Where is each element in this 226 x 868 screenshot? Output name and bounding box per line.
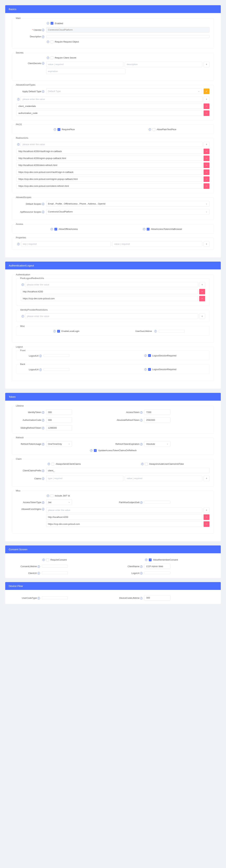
info-icon[interactable] — [42, 419, 44, 422]
info-icon[interactable] — [42, 36, 44, 38]
info-icon[interactable] — [42, 411, 44, 414]
info-icon[interactable] — [42, 203, 44, 205]
info-icon[interactable] — [42, 211, 44, 213]
always-send-client-claims-checkbox[interactable] — [52, 463, 54, 465]
remove-button[interactable]: − — [199, 289, 205, 294]
info-icon[interactable] — [42, 477, 44, 480]
require-client-secret-checkbox[interactable] — [51, 56, 53, 59]
enable-local-login-checkbox[interactable] — [57, 330, 60, 333]
claim-value-input[interactable]: value | required — [125, 476, 202, 481]
info-icon[interactable] — [42, 427, 44, 429]
refresh-token-expiration-select[interactable]: Absolute — [144, 441, 170, 447]
client-claims-prefix-input[interactable]: client_ — [46, 468, 209, 473]
remove-button[interactable]: − — [204, 149, 209, 154]
user-sso-lifetime-input[interactable] — [159, 330, 185, 333]
cors-origin-input[interactable]: please enter the value — [46, 507, 202, 513]
add-secret-button[interactable]: + — [204, 62, 209, 67]
add-cors-button[interactable]: + — [204, 507, 209, 513]
require-pkce-checkbox[interactable] — [58, 128, 60, 131]
default-scopes-select[interactable]: Email , Profile , OfflineAccess , Phone … — [46, 201, 209, 207]
redirect-uri-input[interactable]: please enter the value — [21, 142, 202, 147]
info-icon[interactable] — [53, 330, 56, 333]
apply-default-type-button[interactable] — [204, 89, 209, 94]
identity-token-input[interactable]: 300 — [46, 409, 72, 415]
info-icon[interactable] — [17, 98, 20, 100]
property-value-input[interactable]: value | required — [112, 241, 202, 247]
info-icon[interactable] — [22, 315, 24, 317]
include-jwt-id-checkbox[interactable] — [51, 494, 53, 497]
info-icon[interactable] — [42, 508, 44, 510]
allow-access-tokens-browser-checkbox[interactable] — [147, 228, 149, 230]
authorization-code-input[interactable]: 300 — [46, 417, 72, 423]
back-logout-session-required-checkbox[interactable] — [148, 368, 151, 371]
add-idp-button[interactable]: + — [199, 313, 205, 319]
info-icon[interactable] — [90, 449, 92, 452]
idp-restriction-input[interactable]: please enter the value — [25, 313, 198, 319]
secret-desc-input[interactable]: description — [125, 62, 202, 67]
description-input[interactable] — [46, 35, 209, 38]
info-icon[interactable] — [43, 559, 45, 561]
info-icon[interactable] — [47, 495, 49, 497]
front-logout-uri-input[interactable] — [44, 354, 69, 357]
info-icon[interactable] — [39, 355, 42, 357]
add-redirect-button[interactable]: + — [204, 142, 209, 147]
secret-expiration-input[interactable]: expiration — [46, 69, 125, 74]
client-name-input[interactable]: CCP Admin Web — [144, 564, 170, 569]
default-type-select[interactable]: Default Type — [46, 89, 202, 94]
info-icon[interactable] — [154, 330, 157, 333]
info-icon[interactable] — [140, 419, 143, 422]
remove-button[interactable]: − — [204, 111, 209, 116]
grant-type-input[interactable]: please enter the value — [21, 96, 202, 102]
info-icon[interactable] — [54, 128, 56, 131]
always-include-user-claims-checkbox[interactable] — [145, 463, 148, 465]
info-icon[interactable] — [17, 143, 20, 146]
secret-value-input[interactable]: value | required — [46, 62, 123, 67]
remove-button[interactable]: − — [204, 183, 209, 189]
info-icon[interactable] — [22, 283, 24, 286]
info-icon[interactable] — [42, 62, 44, 65]
info-icon[interactable] — [144, 354, 147, 357]
info-icon[interactable] — [39, 369, 42, 371]
add-post-logout-button[interactable]: + — [199, 282, 205, 287]
info-icon[interactable] — [47, 57, 49, 59]
info-icon[interactable] — [42, 443, 44, 445]
remove-button[interactable]: − — [204, 103, 209, 109]
clientid-input[interactable]: CoretronicCloudPlatform — [46, 27, 209, 32]
info-icon[interactable] — [143, 228, 145, 230]
update-access-token-claims-checkbox[interactable] — [94, 449, 97, 452]
remove-button[interactable]: − — [199, 296, 205, 301]
info-icon[interactable] — [140, 411, 143, 414]
access-token-type-select[interactable]: Jwt — [46, 500, 72, 505]
info-icon[interactable] — [140, 443, 143, 445]
require-request-object-checkbox[interactable] — [51, 40, 53, 43]
user-code-type-input[interactable] — [42, 596, 68, 599]
remove-button[interactable]: − — [204, 521, 209, 527]
remove-button[interactable]: − — [204, 162, 209, 168]
info-icon[interactable] — [37, 565, 40, 568]
info-icon[interactable] — [144, 368, 147, 371]
access-token-input[interactable]: 7200 — [144, 409, 170, 415]
absolute-refresh-token-input[interactable]: 2592000 — [144, 417, 170, 423]
info-icon[interactable] — [48, 463, 50, 465]
info-icon[interactable] — [140, 572, 143, 575]
client-uri-input[interactable] — [42, 571, 68, 574]
info-icon[interactable] — [145, 559, 147, 561]
api-resource-scopes-select[interactable]: CoretronicCloudPlatform — [46, 209, 209, 215]
front-logout-session-required-checkbox[interactable] — [148, 354, 151, 357]
remove-button[interactable]: − — [204, 515, 209, 520]
add-grant-button[interactable]: + — [204, 96, 209, 102]
logo-uri-input[interactable] — [144, 571, 170, 574]
info-icon[interactable] — [149, 128, 151, 131]
claim-type-input[interactable]: type | required — [46, 476, 123, 481]
add-claim-button[interactable]: + — [204, 476, 209, 481]
post-logout-uri-input[interactable]: please enter the value — [25, 282, 198, 287]
info-icon[interactable] — [141, 463, 144, 465]
info-icon[interactable] — [37, 572, 40, 575]
info-icon[interactable] — [42, 90, 44, 93]
info-icon[interactable] — [42, 501, 44, 504]
info-icon[interactable] — [42, 470, 44, 472]
info-icon[interactable] — [17, 243, 20, 245]
device-code-lifetime-input[interactable]: 300 — [144, 595, 170, 600]
info-icon[interactable] — [140, 565, 143, 568]
refresh-token-usage-select[interactable]: OneTimeOnly — [46, 441, 72, 447]
